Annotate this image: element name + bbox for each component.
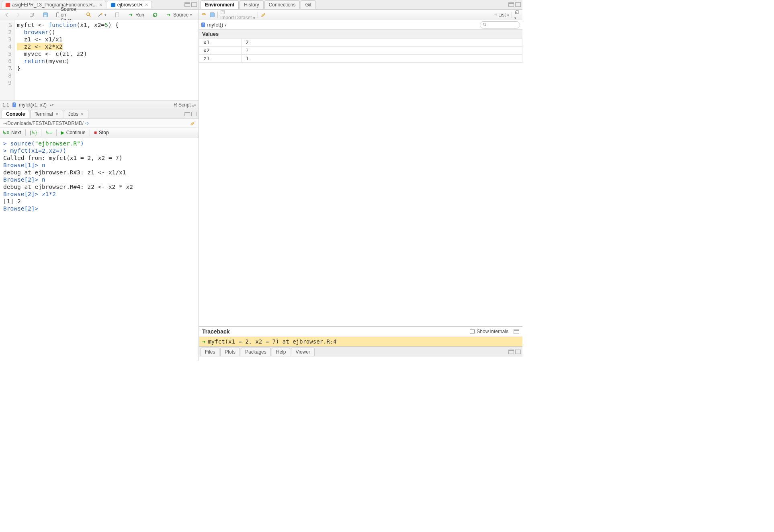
- tab-history[interactable]: History: [240, 0, 263, 9]
- close-icon[interactable]: ✕: [80, 112, 84, 117]
- tab-plots[interactable]: Plots: [220, 348, 240, 356]
- console-pane: Console Terminal✕ Jobs✕ ~/Downloads/FEST…: [0, 109, 199, 360]
- tab-help[interactable]: Help: [272, 348, 291, 356]
- rmd-icon: 🟥: [5, 2, 10, 7]
- forward-button[interactable]: [14, 11, 23, 18]
- debug-next-button[interactable]: ↳≡Next: [2, 130, 21, 135]
- traceback-frame[interactable]: ➔ myfct(x1 = 2, x2 = 7) at ejbrowser.R:4: [199, 337, 522, 346]
- tab-files[interactable]: Files: [201, 348, 219, 356]
- code-body[interactable]: myfct <- function(x1, x2=5) { browser() …: [14, 20, 199, 100]
- function-scope-icon: f: [12, 102, 16, 107]
- function-scope-icon: f: [201, 23, 205, 27]
- source-tab-0[interactable]: 🟥 asigFEPR_13_ProgramaFunciones.R... ✕: [2, 1, 106, 8]
- wand-button[interactable]: ▾: [96, 11, 108, 18]
- source-menu-button[interactable]: Source ▾: [164, 11, 194, 18]
- env-scope-selector[interactable]: myfct() ▾: [207, 22, 227, 28]
- minimize-icon[interactable]: [508, 350, 514, 354]
- tab-viewer[interactable]: Viewer: [291, 348, 314, 356]
- svg-rect-2: [44, 15, 46, 16]
- minimize-icon[interactable]: [184, 112, 190, 116]
- env-toolbar: Import Dataset ▾ ≡ List ▾ ▾: [199, 10, 522, 20]
- debug-continue-button[interactable]: ▶Continue: [61, 130, 86, 135]
- tab-git[interactable]: Git: [301, 0, 315, 9]
- maximize-icon[interactable]: [191, 112, 197, 116]
- find-button[interactable]: [84, 11, 93, 18]
- r-file-icon: 🟦: [111, 2, 115, 7]
- close-icon[interactable]: ✕: [145, 2, 148, 8]
- back-button[interactable]: [2, 11, 11, 18]
- pane-minmax: [184, 2, 197, 7]
- show-internals-checkbox[interactable]: [470, 329, 475, 334]
- clear-console-icon[interactable]: [190, 121, 195, 126]
- jobs-tab[interactable]: Jobs✕: [64, 110, 88, 118]
- table-row[interactable]: z11: [199, 55, 522, 63]
- rerun-button[interactable]: [151, 11, 160, 18]
- svg-rect-0: [30, 14, 33, 16]
- close-icon[interactable]: ✕: [99, 2, 102, 8]
- view-mode-button[interactable]: ≡ List ▾: [494, 12, 509, 18]
- pane-minmax: [184, 112, 197, 116]
- svg-point-12: [483, 23, 485, 25]
- env-values-table: x12 x27 z11: [199, 38, 522, 63]
- minimize-icon[interactable]: [184, 2, 190, 7]
- line-gutter: 1▾ 2 3 ➔4 5 6 7▴ 8 9: [0, 20, 14, 100]
- console-tab-bar: Console Terminal✕ Jobs✕: [0, 109, 199, 119]
- console-output[interactable]: > source("ejbrowser.R")> myfct(x1=2,x2=7…: [0, 137, 199, 360]
- traceback-pane: Traceback Show internals ➔ myfct(x1 = 2,…: [199, 326, 522, 346]
- files-tab-bar: Files Plots Packages Help Viewer: [199, 347, 522, 356]
- save-workspace-button[interactable]: [209, 12, 215, 18]
- debug-step-into-button[interactable]: {↳}: [30, 130, 37, 135]
- run-label: Run: [135, 12, 144, 18]
- notebook-button[interactable]: [113, 11, 122, 18]
- env-scope-row: f myfct() ▾: [199, 20, 522, 30]
- clear-env-button[interactable]: [260, 12, 266, 18]
- source-tab-bar: 🟥 asigFEPR_13_ProgramaFunciones.R... ✕ 🟦…: [0, 0, 199, 10]
- collapse-icon[interactable]: [514, 329, 519, 334]
- import-dataset-button[interactable]: Import Dataset ▾: [220, 9, 255, 20]
- popout-button[interactable]: [27, 11, 36, 18]
- env-tab-bar: Environment History Connections Git: [199, 0, 522, 10]
- maximize-icon[interactable]: [515, 350, 521, 354]
- function-scope[interactable]: myfct(x1, x2): [19, 102, 47, 108]
- debug-stop-button[interactable]: ■Stop: [94, 130, 109, 135]
- env-search-input[interactable]: [480, 21, 520, 29]
- console-tab[interactable]: Console: [2, 110, 29, 118]
- right-pane: Environment History Connections Git Impo…: [199, 0, 522, 360]
- source-status-bar: 1:1 f myfct(x1, x2) ▴▾ R Script ▴▾: [0, 100, 199, 109]
- pane-minmax: [508, 350, 521, 354]
- refresh-button[interactable]: ▾: [514, 9, 520, 20]
- debug-highlighted-line: z2 <- x2*x2: [17, 43, 63, 50]
- left-pane: 🟥 asigFEPR_13_ProgramaFunciones.R... ✕ 🟦…: [0, 0, 199, 360]
- maximize-icon[interactable]: [515, 2, 521, 7]
- traceback-header: Traceback Show internals: [199, 327, 522, 337]
- maximize-icon[interactable]: [191, 2, 197, 7]
- source-toolbar: Source on Save ▾ Run Source ▾: [0, 10, 199, 20]
- debug-step-out-button[interactable]: ↳=: [45, 130, 52, 135]
- environment-pane: Environment History Connections Git Impo…: [199, 0, 522, 347]
- env-section-values: Values: [199, 30, 522, 38]
- save-button[interactable]: [41, 11, 50, 18]
- source-tab-1[interactable]: 🟦 ejbrowser.R ✕: [107, 1, 152, 8]
- tab-packages[interactable]: Packages: [241, 348, 271, 356]
- working-directory: ~/Downloads/FESTAD/FESTADRMD/ ➪: [0, 119, 199, 128]
- run-button[interactable]: Run: [127, 11, 146, 18]
- load-workspace-button[interactable]: [201, 12, 207, 18]
- pane-minmax: [508, 2, 521, 7]
- cursor-position: 1:1: [2, 102, 9, 108]
- debug-toolbar: ↳≡Next {↳} ↳= ▶Continue ■Stop: [0, 128, 199, 137]
- tab-connections[interactable]: Connections: [264, 0, 300, 9]
- svg-rect-10: [210, 12, 215, 17]
- source-tab-label: ejbrowser.R: [117, 2, 143, 8]
- source-menu-label: Source: [173, 12, 188, 18]
- language-mode[interactable]: R Script: [174, 102, 191, 108]
- table-row[interactable]: x12: [199, 39, 522, 47]
- code-editor[interactable]: 1▾ 2 3 ➔4 5 6 7▴ 8 9 myfct <- function(x…: [0, 20, 199, 100]
- close-icon[interactable]: ✕: [55, 112, 59, 117]
- tab-environment[interactable]: Environment: [201, 0, 239, 9]
- source-pane: 🟥 asigFEPR_13_ProgramaFunciones.R... ✕ 🟦…: [0, 0, 199, 109]
- cwd-go-icon[interactable]: ➪: [85, 121, 89, 126]
- terminal-tab[interactable]: Terminal✕: [30, 110, 63, 118]
- minimize-icon[interactable]: [508, 2, 514, 7]
- current-frame-icon: ➔: [202, 338, 205, 345]
- table-row[interactable]: x27: [199, 47, 522, 55]
